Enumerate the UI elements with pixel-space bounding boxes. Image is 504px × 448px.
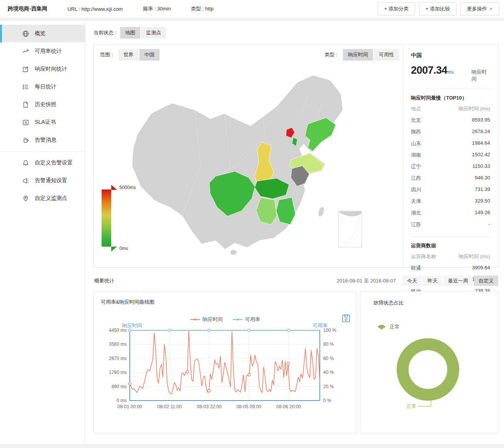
donut-panel: 故障状态占比 正常 正常 [360,291,498,433]
table-row: 北京8593.95 [411,115,490,126]
response-time-value: 2007.34 [411,64,447,76]
more-actions-button[interactable]: 更多操作 ▼ [460,2,499,15]
response-time-metric-label: 响应时间 [472,69,490,83]
status-toggle-option[interactable]: 监测点 [141,27,166,39]
donut-legend[interactable]: 正常 [377,323,492,330]
donut-title: 故障状态占比 [373,299,492,306]
svg-text:08-02 11:00: 08-02 11:00 [157,404,182,409]
legend-item[interactable]: 可用率 [233,316,260,323]
date-range-text: 2016-08-01 至 2016-08-07 [337,277,396,284]
svg-text:正常: 正常 [406,403,416,409]
bell-icon [22,160,29,166]
map-toolbar: 范围 : 世界中国 类型 : 响应时间可用性 [100,49,399,61]
row-value: 8593.95 [472,117,490,124]
row-label: 江苏 [411,221,421,228]
table-header-row: 地点响应时间 (ms) [411,103,490,115]
sidebar-item-label: 概览 [35,30,46,37]
sidebar-item-megaphone[interactable]: 告警通知设置 [0,172,85,189]
row-value: 3909.64 [472,265,490,272]
status-toggle-group: 地图监测点 [120,27,166,39]
add-category-button[interactable]: + 添加分类 [378,2,415,15]
metric-toggle: 类型 : 响应时间可用性 [324,49,399,61]
scope-toggle-option[interactable]: 中国 [139,49,160,61]
sidebar-item-document[interactable]: 历史快照 [0,96,85,113]
donut-legend-label: 正常 [390,323,400,330]
row-value: 329.50 [475,198,490,205]
caret-down-icon: ▼ [489,7,493,11]
sidebar-item-certificate[interactable]: SSLA证书 [0,113,85,131]
row-label: 湖北 [411,210,421,216]
certificate-icon: S [22,119,29,126]
sidebar-item-label: 每日统计 [35,83,56,90]
table-row: 湖南1502.42 [411,149,490,161]
location-pin-icon [22,195,29,202]
range-button[interactable]: 今天 [402,276,422,286]
table-row: 山东1984.64 [411,138,490,149]
svg-text:08-06 20:00: 08-06 20:00 [276,404,301,409]
stats-region-name: 中国 [411,52,490,59]
table-row: 天津329.50 [411,196,490,207]
scale-min-marker [111,247,117,252]
range-button[interactable]: 昨天 [423,276,442,286]
sidebar-item-globe[interactable]: 概览 [0,25,85,42]
svg-text:4450 ms: 4450 ms [109,328,127,333]
map-color-scale: 5000ms 0ms [102,185,144,251]
row-value: - [489,221,490,228]
svg-text:0 ms: 0 ms [117,398,127,403]
svg-text:08-03 22:00: 08-03 22:00 [197,404,222,409]
sidebar-item-bell[interactable]: 自定义告警设置 [0,154,85,172]
row-value: 731.39 [475,186,490,193]
row-value: 946.30 [475,175,490,182]
sidebar-item-alarm[interactable]: 告警消息 [0,131,85,149]
legend-marker-icon [233,319,243,320]
trend-icon [22,48,29,55]
row-label: 联通 [411,265,421,272]
line-chart-title: 可用率&响应时间曲线图 [101,299,356,306]
row-label: 湖南 [411,152,421,159]
range-button[interactable]: 自定义 [474,276,498,286]
bottom-charts-row: 可用率&响应时间曲线图 响应时间可用率 响应时间可用率4450 ms3560 m… [93,291,498,433]
hainan-island [230,250,236,255]
divider [411,89,490,89]
scale-max-marker [111,185,117,190]
monitor-frequency: 频率 : 30min [143,5,171,12]
availability-response-line-chart[interactable]: 响应时间可用率4450 ms3560 ms2670 ms1780 ms890 m… [94,323,356,424]
row-value: 1150.33 [472,163,490,170]
table-row: 辽宁1150.33 [411,161,490,172]
sidebar-item-label: 自定义告警设置 [35,159,73,166]
sidebar-item-location-pin[interactable]: 自定义监测点 [0,189,85,207]
status-donut-chart[interactable]: 正常 [367,330,488,417]
megaphone-icon [22,178,29,184]
south-china-sea-inset [339,211,362,247]
sidebar-item-label: 告警通知设置 [35,177,67,184]
metric-toggle-option[interactable]: 响应时间 [343,49,373,61]
sidebar: 概览可用率统计响应时间统计每日统计历史快照SSLA证书告警消息自定义告警设置告警… [0,21,85,444]
response-time-unit: ms [448,69,454,75]
sidebar-item-label: 自定义监测点 [35,195,67,202]
edit-icon [22,66,29,73]
add-compare-button[interactable]: + 添加比较 [419,2,456,15]
row-label: 陕西 [411,128,421,135]
status-toggle-option[interactable]: 地图 [120,27,140,39]
stats-big-value-row: 2007.34 ms 响应时间 [411,64,490,83]
svg-text:08-01 00:00: 08-01 00:00 [117,404,142,409]
range-button[interactable]: 最近一周 [443,276,473,286]
scope-label: 范围 : [100,52,113,57]
sidebar-item-list[interactable]: 每日统计 [0,78,85,96]
map-area: 范围 : 世界中国 类型 : 响应时间可用性 [94,44,403,267]
site-url: URL : http://www.xiji.com [68,6,123,12]
table-row: 联通3909.64 [411,262,490,274]
metric-toggle-option[interactable]: 可用性 [374,49,399,61]
summary-title: 概要统计 [94,277,114,284]
legend-item[interactable]: 响应时间 [190,316,223,323]
alarm-icon [22,137,29,144]
sidebar-item-trend[interactable]: 可用率统计 [0,42,85,60]
date-range-controls: 2016-08-01 至 2016-08-07 今天昨天最近一周自定义 [337,277,498,284]
region-stats-panel: 中国 2007.34 ms 响应时间 响应时间最慢（TOP10） 地点响应时间 … [403,44,498,267]
row-label: 天津 [411,198,421,205]
save-chart-button[interactable] [342,314,350,324]
sidebar-item-edit[interactable]: 响应时间统计 [0,60,85,78]
svg-text:3560 ms: 3560 ms [109,341,127,347]
scope-toggle-option[interactable]: 世界 [119,49,139,61]
row-value: 2678.24 [472,128,490,135]
